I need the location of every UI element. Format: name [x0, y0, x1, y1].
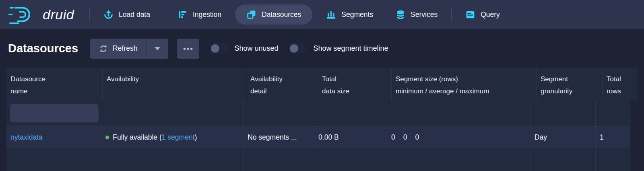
segment-granularity-cell: Day	[530, 127, 596, 148]
segment-size-cell: 0 0 0	[387, 127, 530, 148]
nav-item-ingestion[interactable]: Ingestion	[167, 4, 233, 25]
nav-item-label: Query	[481, 10, 500, 19]
refresh-button-group: Refresh	[90, 39, 168, 59]
segment-size-max: 0	[415, 133, 419, 142]
filter-cell	[314, 100, 387, 126]
column-header-segment-size[interactable]: Segment size (rows) minimum / average / …	[392, 68, 537, 100]
toggle-knob	[290, 44, 298, 53]
nav-item-label: Segments	[341, 10, 373, 19]
availability-text: Fully available (	[113, 133, 162, 141]
empty-table-row	[6, 148, 630, 171]
nav-separator	[89, 9, 90, 20]
segment-size-min: 0	[391, 133, 395, 142]
nav-item-label: Ingestion	[193, 10, 221, 19]
filter-cell	[6, 100, 101, 126]
query-icon	[465, 10, 475, 20]
datasources-icon	[246, 10, 256, 20]
nav-item-segments[interactable]: Segments	[315, 4, 384, 25]
column-header-availability-detail[interactable]: Availability detail	[246, 68, 318, 100]
toggle-knob	[211, 44, 219, 53]
druid-logo-icon	[8, 5, 37, 24]
show-unused-label: Show unused	[234, 44, 278, 53]
datasource-name-filter-input[interactable]	[9, 104, 99, 123]
show-segment-timeline-label: Show segment timeline	[313, 44, 388, 53]
filter-cell	[530, 100, 596, 126]
column-header-total-rows[interactable]: Total rows	[603, 68, 638, 100]
filter-cell	[387, 100, 530, 126]
caret-down-icon	[155, 47, 160, 50]
total-rows-cell: 1	[596, 127, 630, 148]
show-unused-toggle[interactable]	[210, 43, 227, 54]
nav-separator	[164, 9, 164, 20]
datasources-table: Datasource name Availability Availabilit…	[6, 68, 638, 171]
segment-count-link[interactable]: 1 segment	[162, 133, 195, 141]
availability-cell: Fully available (1 segment)	[101, 127, 244, 148]
refresh-button[interactable]: Refresh	[90, 39, 146, 59]
segments-icon	[326, 10, 336, 20]
nav-item-label: Services	[411, 10, 438, 19]
druid-logo[interactable]: druid	[8, 5, 76, 24]
nav-item-label: Load data	[119, 10, 150, 19]
nav-item-load-data[interactable]: Load data	[92, 4, 161, 25]
refresh-dropdown-button[interactable]	[146, 39, 168, 59]
ingestion-icon	[178, 10, 188, 19]
availability-text: )	[195, 133, 197, 141]
column-header-total-data-size[interactable]: Total data size	[318, 68, 392, 100]
column-header-segment-granularity[interactable]: Segment granularity	[537, 68, 603, 100]
column-header-availability[interactable]: Availability	[103, 68, 246, 100]
datasource-name-link[interactable]: nytaxidata	[10, 133, 43, 142]
show-segment-timeline-toggle-group: Show segment timeline	[289, 43, 388, 54]
more-actions-button[interactable]: •••	[177, 39, 199, 59]
column-header-datasource-name[interactable]: Datasource name	[6, 68, 103, 100]
refresh-label: Refresh	[113, 44, 137, 53]
datasource-name-cell: nytaxidata	[6, 127, 101, 148]
refresh-icon	[99, 44, 108, 53]
filter-cell	[101, 100, 244, 126]
nav-item-query[interactable]: Query	[454, 4, 511, 25]
upload-icon	[103, 10, 114, 20]
filter-cell	[596, 100, 630, 126]
total-data-size-cell: 0.00 B	[314, 127, 387, 148]
availability-detail-cell: No segments ...	[244, 127, 314, 148]
show-unused-toggle-group: Show unused	[210, 43, 278, 54]
brand-wordmark: druid	[43, 7, 76, 23]
filter-cell	[244, 100, 314, 126]
table-header-row: Datasource name Availability Availabilit…	[6, 68, 638, 100]
filter-row	[6, 100, 630, 127]
page-title: Datasources	[8, 42, 78, 55]
nav-item-services[interactable]: Services	[384, 4, 449, 25]
page-header: Datasources Refresh ••• Show unused	[0, 29, 644, 68]
services-icon	[396, 10, 405, 20]
nav-separator	[451, 9, 452, 20]
show-segment-timeline-toggle[interactable]	[289, 43, 306, 54]
table-row: nytaxidata Fully available (1 segment) N…	[6, 127, 630, 148]
segment-size-avg: 0	[403, 133, 407, 142]
nav-item-datasources[interactable]: Datasources	[235, 4, 312, 25]
nav-item-label: Datasources	[262, 10, 301, 19]
top-nav: druid Load data Ingestion	[0, 0, 644, 29]
availability-status-dot	[105, 136, 109, 139]
